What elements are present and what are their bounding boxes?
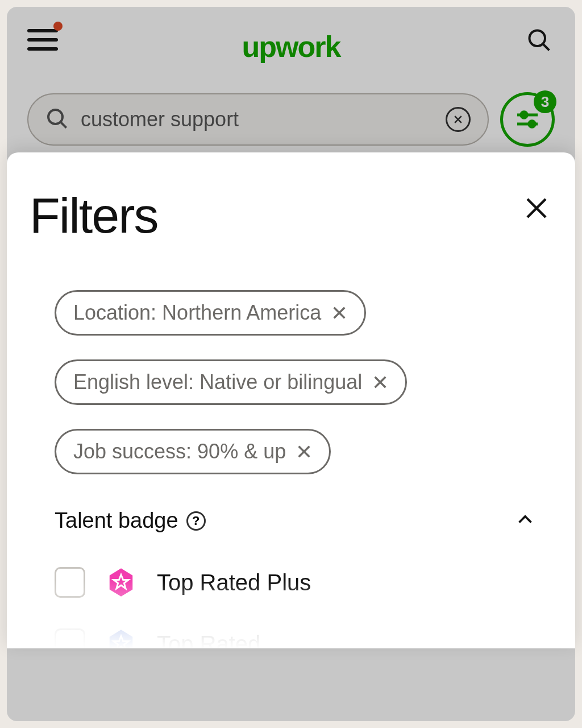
filter-option-row[interactable]: Top Rated [55, 628, 535, 648]
talent-badge-section: Talent badge ? Top Rated Plus [30, 508, 552, 648]
search-input[interactable] [81, 107, 433, 131]
filters-title: Filters [30, 187, 158, 245]
svg-point-0 [530, 31, 546, 47]
x-icon [296, 444, 312, 460]
top-rated-badge-icon [106, 628, 136, 648]
search-row: 3 [7, 69, 575, 147]
menu-bar [27, 38, 58, 42]
x-icon [452, 114, 464, 125]
section-header[interactable]: Talent badge ? [55, 508, 535, 533]
remove-chip-button[interactable] [296, 444, 312, 460]
menu-button[interactable] [27, 24, 59, 56]
svg-line-1 [543, 44, 550, 51]
x-icon [331, 305, 347, 321]
option-label: Top Rated [157, 631, 260, 649]
svg-point-2 [48, 110, 63, 124]
option-label: Top Rated Plus [157, 570, 311, 595]
top-search-button[interactable] [523, 24, 555, 56]
filter-option-row[interactable]: Top Rated Plus [55, 567, 535, 598]
filter-chip[interactable]: Job success: 90% & up [55, 429, 331, 474]
chip-label: English level: Native or bilingual [73, 370, 362, 394]
x-icon [372, 374, 388, 390]
brand-logo[interactable]: upwork [242, 30, 340, 64]
chevron-up-icon [515, 510, 535, 532]
remove-chip-button[interactable] [372, 374, 388, 390]
active-filter-chips: Location: Northern America English level… [30, 290, 552, 474]
menu-bar [27, 47, 58, 51]
notification-dot-icon [53, 22, 63, 31]
checkbox[interactable] [55, 628, 85, 648]
filters-header: Filters [30, 187, 552, 245]
close-icon [523, 195, 550, 222]
section-title: Talent badge [55, 508, 178, 533]
remove-chip-button[interactable] [331, 305, 347, 321]
search-field[interactable] [27, 93, 489, 146]
top-bar: upwork [7, 7, 575, 69]
search-icon [526, 27, 551, 52]
filter-chip[interactable]: English level: Native or bilingual [55, 359, 407, 405]
filter-chip[interactable]: Location: Northern America [55, 290, 366, 336]
filter-toggle-button[interactable]: 3 [500, 92, 555, 147]
top-rated-plus-badge-icon [106, 567, 136, 598]
help-icon[interactable]: ? [186, 511, 206, 531]
chip-label: Job success: 90% & up [73, 440, 286, 464]
menu-bar [27, 29, 58, 32]
brand-logo-text: upwork [242, 30, 340, 63]
svg-point-9 [529, 121, 535, 127]
svg-line-3 [61, 122, 66, 128]
svg-marker-20 [110, 630, 133, 648]
close-filters-button[interactable] [521, 192, 552, 224]
filter-count-badge: 3 [534, 90, 556, 113]
checkbox[interactable] [55, 567, 85, 598]
chip-label: Location: Northern America [73, 301, 321, 325]
clear-search-button[interactable] [446, 107, 471, 132]
svg-point-7 [521, 112, 527, 118]
filters-modal: Filters Location: Northern America Engli… [7, 152, 575, 648]
search-icon [45, 107, 68, 132]
